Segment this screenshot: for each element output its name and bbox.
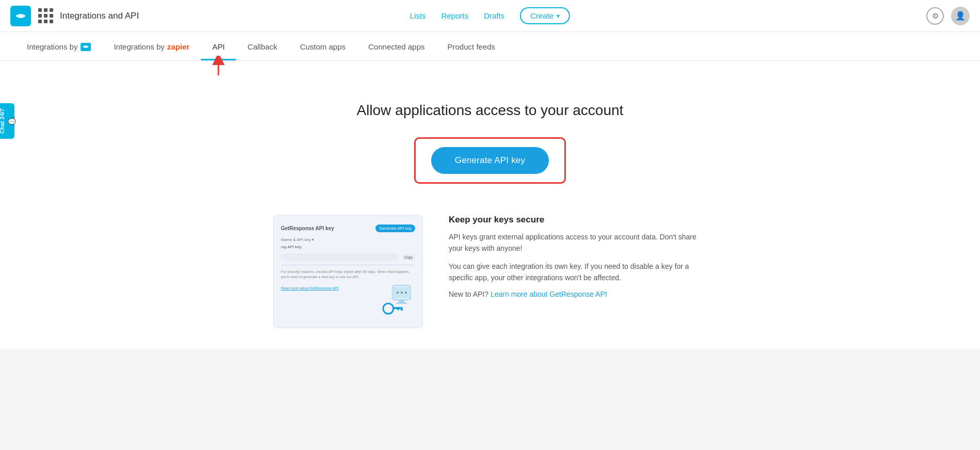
svg-point-7	[405, 292, 407, 294]
page-title: Integrations and API	[60, 11, 139, 21]
generate-btn-wrapper: Generate API key	[15, 137, 965, 184]
svg-rect-11	[397, 307, 399, 310]
tab-callback-label: Callback	[247, 42, 277, 51]
settings-icon[interactable]: ⚙	[926, 7, 944, 25]
preview-key-val-row: Copy	[281, 253, 415, 261]
preview-label-row: Name & API key ▾	[281, 237, 415, 242]
keys-info: Keep your keys secure API keys grant ext…	[449, 215, 707, 298]
preview-key-row: my API key	[281, 245, 415, 249]
tab-api[interactable]: API	[201, 32, 236, 60]
generate-api-key-button[interactable]: Generate API key	[431, 147, 549, 174]
brevo-logo-icon	[81, 43, 91, 51]
chat-icon: 💬	[8, 117, 15, 125]
preview-note: For security reasons, unused API keys ex…	[281, 269, 415, 280]
tab-api-label: API	[212, 42, 225, 51]
tab-integrations-brevo[interactable]: Integrations by	[15, 32, 102, 60]
nav-reports-link[interactable]: Reports	[441, 11, 469, 20]
tab-connected-apps-label: Connected apps	[368, 42, 424, 51]
keys-text1: API keys grant external applications acc…	[449, 231, 707, 254]
avatar[interactable]: 👤	[951, 7, 970, 25]
tab-integrations-zapier[interactable]: Integrations by zapier	[102, 32, 201, 60]
svg-point-5	[397, 292, 399, 294]
nav-center: Lists Reports Drafts Create ▾	[410, 7, 570, 24]
tab-connected-apps[interactable]: Connected apps	[357, 32, 436, 60]
preview-key-name: my API key	[281, 245, 302, 249]
red-border-highlight: Generate API key	[414, 137, 566, 184]
preview-key-icon-area	[377, 283, 413, 318]
tab-product-feeds-label: Product feeds	[448, 42, 496, 51]
app-grid-icon[interactable]	[38, 8, 54, 24]
page-heading: Allow applications access to your accoun…	[15, 102, 965, 119]
svg-rect-3	[399, 300, 404, 302]
nav-lists-link[interactable]: Lists	[410, 11, 426, 20]
tab-integrations-brevo-label: Integrations by	[27, 42, 77, 51]
zapier-logo-text: zapier	[167, 42, 189, 51]
svg-point-6	[401, 292, 403, 294]
tab-callback[interactable]: Callback	[236, 32, 289, 60]
top-nav: Integrations and API Lists Reports Draft…	[0, 0, 980, 32]
app-logo[interactable]	[10, 6, 31, 26]
preview-copy-btn: Copy	[402, 254, 415, 260]
bottom-section: GetResponse API key Generate API key Nam…	[258, 215, 722, 328]
preview-title: GetResponse API key	[281, 226, 334, 231]
tab-custom-apps[interactable]: Custom apps	[289, 32, 357, 60]
preview-gen-btn: Generate API key	[375, 224, 415, 232]
api-preview-image: GetResponse API key Generate API key Nam…	[273, 215, 423, 328]
svg-rect-4	[396, 302, 407, 304]
keys-title: Keep your keys secure	[449, 215, 707, 225]
content-area: Allow applications access to your accoun…	[0, 61, 980, 349]
tabs-bar: Integrations by Integrations by zapier A…	[0, 32, 980, 61]
preview-key-value	[281, 253, 399, 261]
chat-sidebar[interactable]: Chat 24/7 💬	[0, 103, 14, 139]
tab-product-feeds[interactable]: Product feeds	[436, 32, 507, 60]
svg-point-8	[383, 303, 393, 314]
preview-read-link: Read more about GetResponse API	[281, 286, 339, 290]
create-button[interactable]: Create ▾	[520, 7, 570, 24]
nav-right: ⚙ 👤	[926, 7, 970, 25]
svg-rect-10	[401, 307, 403, 311]
keys-text2: You can give each integration its own ke…	[449, 261, 707, 284]
tab-custom-apps-label: Custom apps	[300, 42, 345, 51]
keys-new-link[interactable]: Learn more about GetResponse API	[491, 290, 607, 298]
nav-drafts-link[interactable]: Drafts	[484, 11, 504, 20]
chat-label-text: Chat 24/7	[0, 108, 5, 134]
keys-new-text: New to API? Learn more about GetResponse…	[449, 290, 707, 298]
